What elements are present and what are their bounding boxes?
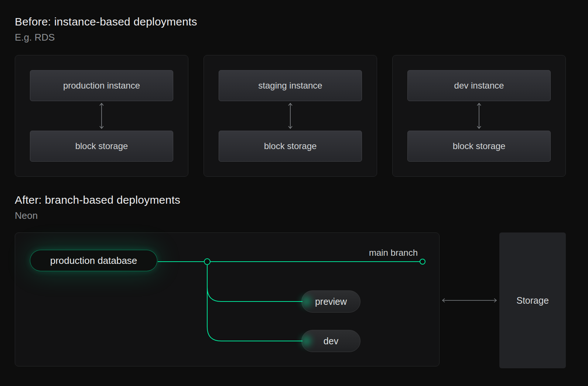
preview-branch-pill: preview xyxy=(301,290,360,313)
vertical-double-arrow-icon xyxy=(287,102,294,130)
dev-block-storage-box: block storage xyxy=(407,131,551,162)
branch-point-icon xyxy=(204,259,210,265)
main-branch-label: main branch xyxy=(369,248,418,258)
staging-instance-card: staging instance block storage xyxy=(204,55,377,177)
after-section-title: After: branch-based deployments xyxy=(15,194,566,206)
dev-instance-card: dev instance block storage xyxy=(392,55,566,177)
staging-instance-box: staging instance xyxy=(219,70,362,101)
production-database-pill: production database xyxy=(30,250,157,271)
dev-arrow-wrap xyxy=(407,101,551,131)
dev-instance-box: dev instance xyxy=(407,70,551,101)
preview-branch-line xyxy=(207,262,302,301)
after-row: production database preview dev main bra… xyxy=(15,232,566,368)
before-cards-row: production instance block storage stagin… xyxy=(15,55,566,177)
vertical-double-arrow-icon xyxy=(476,102,482,130)
vertical-double-arrow-icon xyxy=(98,102,105,130)
page: Before: instance-based deployments E.g. … xyxy=(0,0,588,368)
dev-branch-line xyxy=(207,262,302,341)
storage-connector xyxy=(440,232,499,368)
branch-diagram-panel: production database preview dev main bra… xyxy=(15,232,440,366)
staging-arrow-wrap xyxy=(219,101,362,131)
staging-block-storage-box: block storage xyxy=(219,131,362,162)
production-instance-card: production instance block storage xyxy=(15,55,188,177)
horizontal-double-arrow-icon xyxy=(441,297,498,304)
before-section-subtitle: E.g. RDS xyxy=(15,32,566,43)
after-section-subtitle: Neon xyxy=(15,210,566,221)
storage-label: Storage xyxy=(516,295,549,306)
dev-branch-pill: dev xyxy=(301,330,360,352)
production-arrow-wrap xyxy=(30,101,173,131)
production-instance-box: production instance xyxy=(30,70,173,101)
before-section-title: Before: instance-based deployments xyxy=(15,15,566,28)
storage-box: Storage xyxy=(499,232,566,368)
main-branch-end-icon xyxy=(420,259,425,264)
production-block-storage-box: block storage xyxy=(30,131,173,162)
